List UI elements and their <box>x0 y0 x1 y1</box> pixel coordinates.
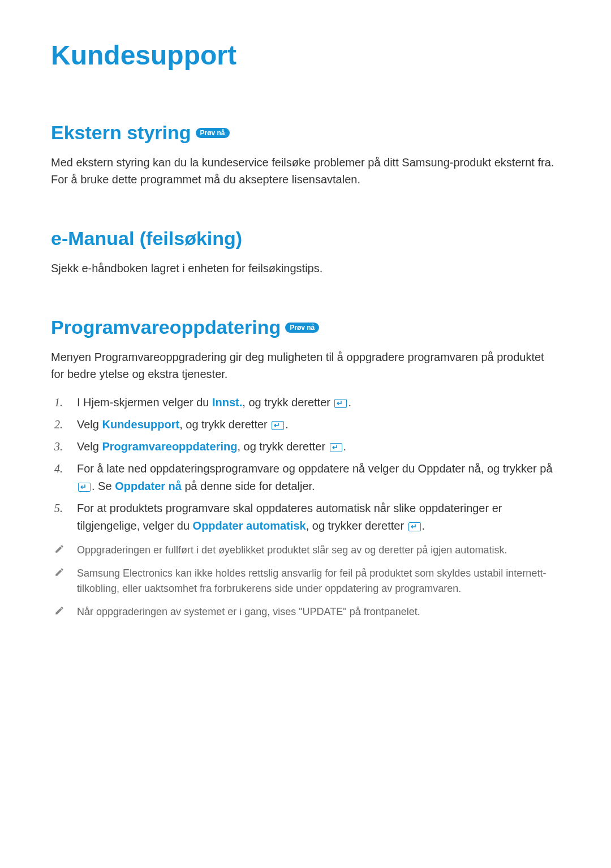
note-text: Samsung Electronics kan ikke holdes rett… <box>77 568 546 594</box>
heading-text: e-Manual (feilsøking) <box>51 227 242 250</box>
heading-text: Programvareoppdatering <box>51 316 281 338</box>
note-text: Oppgraderingen er fullført i det øyeblik… <box>77 544 507 556</box>
highlight-term: Oppdater nå <box>115 480 182 492</box>
section-heading-remote: Ekstern styring Prøv nå <box>51 122 560 144</box>
pen-icon <box>54 567 64 577</box>
step-text: Velg Programvareoppdatering, og trykk de… <box>77 440 346 453</box>
highlight-term: Innst. <box>212 396 242 409</box>
note-text: Når oppgraderingen av systemet er i gang… <box>77 606 420 617</box>
emanual-body: Sjekk e-håndboken lagret i enheten for f… <box>51 260 560 277</box>
note-item: Samsung Electronics kan ikke holdes rett… <box>74 566 560 596</box>
note-item: Oppgraderingen er fullført i det øyeblik… <box>74 543 560 558</box>
highlight-term: Kundesupport <box>102 418 179 431</box>
update-intro: Menyen Programvareoppgradering gir deg m… <box>51 349 560 383</box>
enter-icon <box>78 483 91 492</box>
heading-text: Ekstern styring <box>51 122 191 144</box>
update-notes: Oppgraderingen er fullført i det øyeblik… <box>51 543 560 620</box>
step-text: For å late ned oppdateringsprogramvare o… <box>77 462 553 492</box>
highlight-term: Oppdater automatisk <box>193 519 306 532</box>
step-number: 5. <box>54 500 63 517</box>
list-item: 3. Velg Programvareoppdatering, og trykk… <box>74 438 560 456</box>
list-item: 4. For å late ned oppdateringsprogramvar… <box>74 460 560 495</box>
enter-icon <box>272 421 284 430</box>
highlight-term: Programvareoppdatering <box>102 440 237 453</box>
step-number: 3. <box>54 438 63 456</box>
remote-body: Med ekstern styring kan du la kundeservi… <box>51 154 560 188</box>
section-heading-emanual: e-Manual (feilsøking) <box>51 227 560 250</box>
try-now-badge[interactable]: Prøv nå <box>196 128 230 138</box>
list-item: 5. For at produktets programvare skal op… <box>74 500 560 535</box>
enter-icon <box>334 399 347 408</box>
step-number: 1. <box>54 394 63 411</box>
pen-icon <box>54 544 64 554</box>
note-item: Når oppgraderingen av systemet er i gang… <box>74 604 560 620</box>
list-item: 1. I Hjem-skjermen velger du Innst., og … <box>74 394 560 411</box>
step-number: 4. <box>54 460 63 478</box>
pen-icon <box>54 605 64 616</box>
try-now-badge[interactable]: Prøv nå <box>285 323 319 333</box>
step-text: I Hjem-skjermen velger du Innst., og try… <box>77 396 351 409</box>
step-number: 2. <box>54 416 63 433</box>
step-text: For at produktets programvare skal oppda… <box>77 502 502 532</box>
section-heading-update: Programvareoppdatering Prøv nå <box>51 316 560 338</box>
step-text: Velg Kundesupport, og trykk deretter . <box>77 418 289 431</box>
page-title: Kundesupport <box>51 40 560 71</box>
list-item: 2. Velg Kundesupport, og trykk deretter … <box>74 416 560 433</box>
enter-icon <box>330 443 342 452</box>
update-steps: 1. I Hjem-skjermen velger du Innst., og … <box>51 394 560 535</box>
enter-icon <box>408 522 421 531</box>
